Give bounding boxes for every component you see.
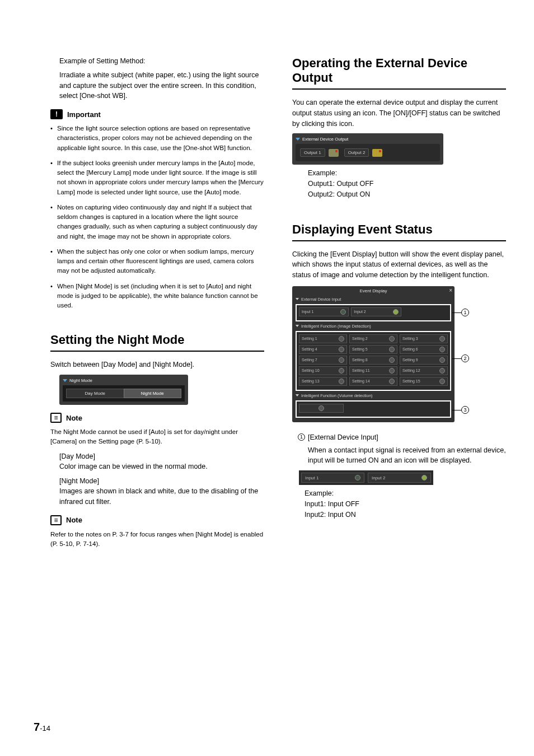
setting-label: Setting 14 [352,379,370,383]
ext-input-item: 1 [External Device Input] [292,432,506,443]
volume-indicator [318,405,324,411]
ev-intro: Clicking the [Event Display] button will… [292,249,506,281]
item-number-1: 1 [298,433,305,441]
input2-label: Input 2 [354,310,366,314]
setting-indicator [339,368,344,374]
ext-input-desc: When a contact input signal is received … [292,445,506,466]
day-mode-button[interactable]: Day Mode [66,389,124,398]
input1-label: Input 1 [305,475,318,480]
night-mode-panel: Night Mode Day Mode Night Mode [59,375,188,405]
op-example-line: Example: [308,168,506,179]
setting-indicator [339,379,344,384]
important-bullet: When [Night Mode] is set (including when… [50,282,264,311]
night-mode-desc: Images are shown in black and white, due… [50,486,264,507]
callout-1: 1 [461,309,469,316]
setting-indicator [389,336,395,342]
input1-status-icon [355,475,360,480]
event-display-title: Event Display [360,288,387,293]
setting-cell: Setting 13 [299,377,347,386]
note-icon [50,413,62,423]
setting-cell: Setting 12 [400,366,448,375]
example-label: Example of Setting Method: [50,56,264,67]
setting-indicator [389,379,395,384]
setting-label: Setting 8 [352,358,368,362]
input2-label: Input 2 [372,475,385,480]
note-header-2: Note [50,515,264,525]
note-text: The Night Mode cannot be used if [Auto] … [50,427,264,447]
ext-input-label: [External Device Input] [308,433,378,441]
input1-cell: Input 1 [299,307,349,316]
setting-indicator [439,347,445,352]
input2-indicator [393,309,399,315]
important-bullet: Notes on capturing video continuously da… [50,203,264,241]
setting-label: Setting 3 [402,337,418,340]
setting-cell: Setting 1 [299,334,347,343]
setting-indicator [389,357,395,363]
night-intro: Switch between [Day Mode] and [Night Mod… [50,360,264,370]
callout-2: 2 [461,354,469,362]
event-display-panel: Event Display × External Device Input In… [292,286,455,422]
setting-label: Setting 1 [302,337,317,340]
input1-label: Input 1 [302,310,313,314]
output1-label: Output 1 [300,148,325,157]
important-bullet: When the subject has only one color or w… [50,247,264,276]
setting-label: Setting 10 [302,368,320,372]
input2-status: Input 2 [368,473,431,483]
input1-status: Input 1 [301,473,364,483]
setting-label: Setting 9 [402,358,418,362]
ext-output-title: External Device Output [302,137,348,142]
input2-status-icon [421,475,427,480]
setting-indicator [339,347,344,352]
setting-cell: Setting 11 [349,366,397,375]
input1-indicator [340,309,346,315]
setting-label: Setting 7 [302,358,317,362]
input-example-line: Input1: Input OFF [305,499,506,510]
volume-indicator-cell [299,404,344,413]
night-panel-title: Night Mode [69,378,92,383]
setting-label: Setting 6 [402,347,418,351]
setting-indicator [339,357,344,363]
note-text-2: Refer to the notes on P. 3-7 for focus r… [50,530,264,549]
setting-label: Setting 5 [352,347,368,351]
setting-cell: Setting 8 [349,356,397,365]
collapse-icon[interactable] [296,138,300,141]
setting-cell: Setting 2 [349,334,397,343]
external-output-panel: External Device Output Output 1 Output 2 [292,133,443,165]
collapse-icon[interactable] [63,379,67,382]
setting-indicator [439,368,445,374]
collapse-icon[interactable] [296,325,299,327]
setting-label: Setting 12 [402,368,420,372]
callout-line [452,358,461,359]
close-icon[interactable]: × [449,287,452,293]
setting-label: Setting 13 [302,379,320,383]
setting-indicator [389,368,395,374]
setting-label: Setting 2 [352,337,368,340]
note-label-2: Note [66,516,82,524]
callout-3: 3 [461,406,469,414]
setting-label: Setting 15 [402,379,420,383]
setting-indicator [389,347,395,352]
output1-toggle[interactable] [329,149,339,157]
setting-cell: Setting 7 [299,356,347,365]
important-bullet: If the subject looks greenish under merc… [50,158,264,197]
output2-label: Output 2 [344,148,369,157]
note-label: Note [66,414,82,422]
setting-cell: Setting 6 [400,345,448,354]
night-mode-button[interactable]: Night Mode [124,389,182,398]
setting-label: Setting 11 [352,368,370,372]
note-header: Note [50,413,264,423]
collapse-icon[interactable] [296,298,299,300]
section-night-mode: Setting the Night Mode [50,333,264,352]
ext-input-section: External Device Input [301,297,341,302]
collapse-icon[interactable] [296,394,299,396]
setting-indicator [439,379,445,384]
note-icon [50,515,62,525]
setting-indicator [439,336,445,342]
setting-cell: Setting 15 [400,377,448,386]
day-mode-label: [Day Mode] [50,452,264,460]
op-intro: You can operate the external device outp… [292,97,506,129]
callout-line [452,410,461,410]
volume-detect-section: Intelligent Function (Volume detection) [301,393,373,398]
output2-toggle[interactable] [372,149,382,157]
important-bullet: Since the light source selection options… [50,124,264,153]
